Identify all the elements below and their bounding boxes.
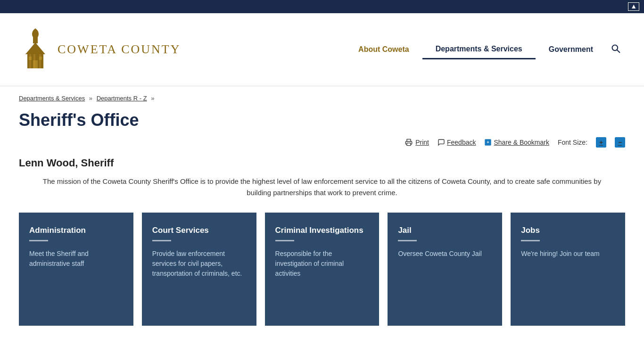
card-divider-jobs xyxy=(521,240,540,241)
service-cards: Administration Meet the Sheriff and admi… xyxy=(19,213,625,326)
svg-rect-1 xyxy=(29,52,31,68)
card-title-court-services: Court Services xyxy=(152,226,246,235)
svg-marker-4 xyxy=(25,42,45,54)
search-button[interactable] xyxy=(606,39,625,60)
share-icon: + xyxy=(484,139,492,146)
breadcrumb-link-departments[interactable]: Departments & Services xyxy=(19,95,85,102)
logo-icon xyxy=(19,28,52,71)
svg-line-13 xyxy=(617,49,619,52)
card-desc-jail: Oversee Coweta County Jail xyxy=(398,249,492,259)
svg-rect-9 xyxy=(33,60,38,68)
card-jail[interactable]: Jail Oversee Coweta County Jail xyxy=(388,213,502,326)
logo-text: Coweta County xyxy=(58,42,181,57)
card-desc-jobs: We're hiring! Join our team xyxy=(521,249,615,259)
breadcrumb-link-departments-rz[interactable]: Departments R - Z xyxy=(97,95,147,102)
card-divider-jail xyxy=(398,240,417,241)
nav-departments[interactable]: Departments & Services xyxy=(422,40,536,59)
card-administration[interactable]: Administration Meet the Sheriff and admi… xyxy=(19,213,133,326)
card-title-criminal-investigations: Criminal Investigations xyxy=(275,226,369,235)
feedback-icon xyxy=(438,139,445,146)
card-jobs[interactable]: Jobs We're hiring! Join our team xyxy=(511,213,625,326)
card-desc-court-services: Provide law enforcement services for civ… xyxy=(152,249,246,279)
main-content: Lenn Wood, Sheriff The mission of the Co… xyxy=(0,152,644,340)
card-criminal-investigations[interactable]: Criminal Investigations Responsible for … xyxy=(265,213,380,326)
card-title-jobs: Jobs xyxy=(521,226,615,235)
card-desc-administration: Meet the Sheriff and administrative staf… xyxy=(29,249,123,269)
card-court-services[interactable]: Court Services Provide law enforcement s… xyxy=(142,213,256,326)
card-title-jail: Jail xyxy=(398,226,492,235)
card-divider-court-services xyxy=(152,240,171,241)
svg-marker-8 xyxy=(33,28,37,30)
print-icon xyxy=(405,139,413,146)
search-icon xyxy=(611,44,620,53)
logo-link[interactable]: Coweta County xyxy=(19,28,181,71)
card-divider-administration xyxy=(29,240,48,241)
breadcrumb-sep-2: » xyxy=(151,95,154,102)
header: Coweta County About Coweta Departments &… xyxy=(0,13,644,86)
scroll-to-top-icon[interactable]: ▲ xyxy=(628,2,639,11)
action-toolbar: Print Feedback + Share & Bookmark Font S… xyxy=(0,132,644,152)
page-title: Sheriff's Office xyxy=(0,106,644,132)
print-button[interactable]: Print xyxy=(405,139,429,146)
card-desc-criminal-investigations: Responsible for the investigation of cri… xyxy=(275,249,369,279)
svg-rect-11 xyxy=(39,57,42,60)
nav-government[interactable]: Government xyxy=(536,41,606,58)
font-size-label: Font Size: xyxy=(558,139,587,146)
nav-about[interactable]: About Coweta xyxy=(345,41,422,58)
card-divider-criminal-investigations xyxy=(275,240,294,241)
font-increase-button[interactable]: + xyxy=(596,137,606,148)
svg-rect-7 xyxy=(34,30,36,34)
share-bookmark-button[interactable]: + Share & Bookmark xyxy=(484,139,549,146)
svg-text:+: + xyxy=(487,140,490,145)
feedback-button[interactable]: Feedback xyxy=(438,139,476,146)
card-title-administration: Administration xyxy=(29,226,123,235)
main-nav: About Coweta Departments & Services Gove… xyxy=(345,39,625,60)
sheriff-name: Lenn Wood, Sheriff xyxy=(19,157,625,169)
font-decrease-button[interactable]: − xyxy=(615,137,625,148)
mission-statement: The mission of the Coweta County Sheriff… xyxy=(39,176,605,198)
top-bar: ▲ xyxy=(0,0,644,13)
breadcrumb-sep-1: » xyxy=(89,95,92,102)
breadcrumb: Departments & Services » Departments R -… xyxy=(0,86,644,106)
svg-rect-3 xyxy=(39,52,41,68)
svg-rect-10 xyxy=(29,57,32,60)
